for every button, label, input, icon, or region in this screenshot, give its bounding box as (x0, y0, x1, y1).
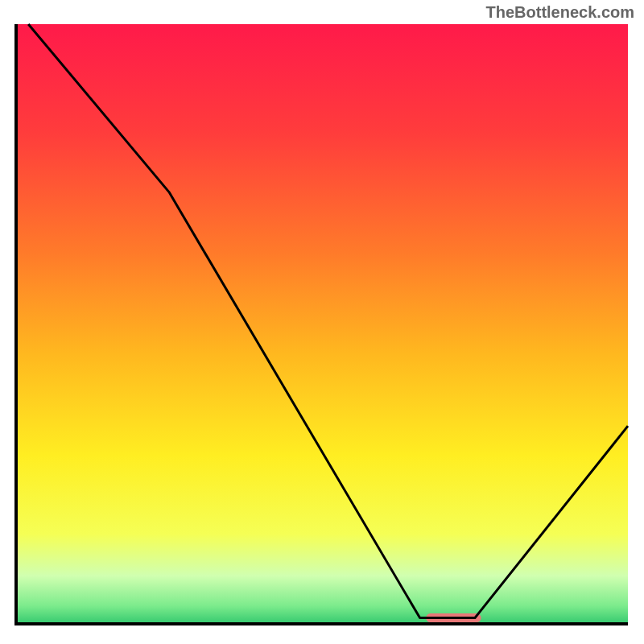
watermark-text: TheBottleneck.com (486, 3, 634, 22)
bottleneck-chart (0, 0, 644, 644)
gradient-background (16, 24, 628, 624)
chart-container: TheBottleneck.com (0, 0, 644, 644)
